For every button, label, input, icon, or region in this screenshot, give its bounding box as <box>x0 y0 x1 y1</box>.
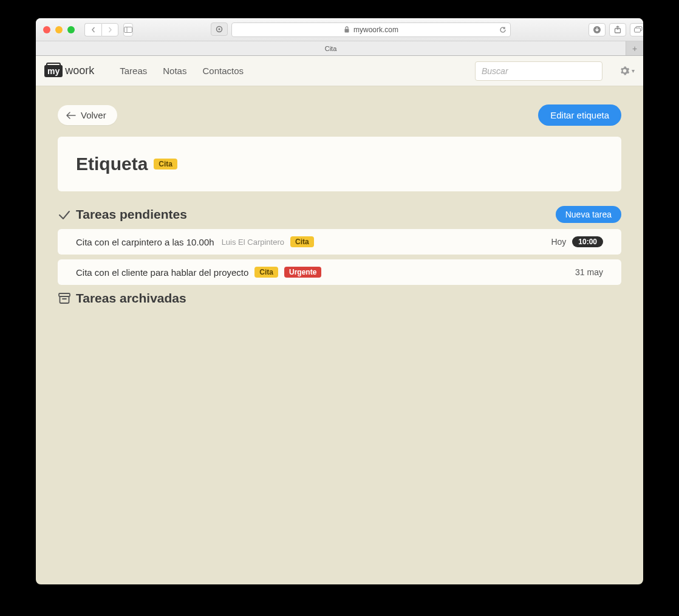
edit-tag-button[interactable]: Editar etiqueta <box>538 104 621 126</box>
reload-icon[interactable] <box>499 26 507 33</box>
settings-menu[interactable]: ▾ <box>619 66 635 76</box>
gear-icon <box>619 66 630 76</box>
browser-back-button[interactable] <box>84 23 101 36</box>
check-icon <box>58 208 70 221</box>
page-content: Volver Editar etiqueta Etiqueta Cita Tar… <box>36 86 643 584</box>
url-text: mywoork.com <box>353 26 398 34</box>
browser-right-buttons <box>589 23 643 36</box>
browser-window: mywoork.com Cita + my <box>36 18 643 584</box>
task-row[interactable]: Cita con el carpintero a las 10.00hLuis … <box>58 229 621 255</box>
browser-toolbar: mywoork.com <box>36 18 643 41</box>
pending-section-header: Tareas pendientes Nueva tarea <box>58 206 621 223</box>
chevron-down-icon: ▾ <box>632 67 635 74</box>
browser-tab[interactable]: Cita <box>36 41 626 55</box>
sidebar-toggle-button[interactable] <box>123 23 133 36</box>
task-tag: Cita <box>254 267 278 278</box>
browser-forward-button[interactable] <box>101 23 118 36</box>
back-button[interactable]: Volver <box>58 105 117 125</box>
task-time-badge: 10:00 <box>572 236 603 247</box>
archived-title-text: Tareas archivadas <box>76 291 186 306</box>
minimize-window-icon[interactable] <box>55 26 63 33</box>
page-actions: Volver Editar etiqueta <box>58 104 621 126</box>
new-tab-button[interactable]: + <box>626 41 643 55</box>
browser-tab-bar: Cita + <box>36 41 643 56</box>
task-assignee: Luis El Carpintero <box>222 238 284 247</box>
maximize-window-icon[interactable] <box>67 26 75 33</box>
tab-title: Cita <box>325 45 337 52</box>
new-task-button[interactable]: Nueva tarea <box>556 206 621 223</box>
svg-rect-4 <box>344 29 349 33</box>
window-controls <box>43 26 75 33</box>
task-date: Hoy <box>551 237 566 247</box>
logo-text: woork <box>65 64 94 77</box>
title-tag: Cita <box>154 159 177 169</box>
task-row[interactable]: Cita con el cliente para hablar del proy… <box>58 259 621 285</box>
tag-header-card: Etiqueta Cita <box>58 137 621 191</box>
task-tag: Cita <box>290 236 314 247</box>
tabs-button[interactable] <box>630 23 643 36</box>
arrow-left-icon <box>66 112 76 119</box>
svg-rect-8 <box>635 28 641 32</box>
app-navbar: my woork Tareas Notas Contactos ▾ <box>36 56 643 86</box>
pending-title-text: Tareas pendientes <box>76 207 187 222</box>
logo-badge: my <box>44 65 63 77</box>
nav-link-contactos[interactable]: Contactos <box>202 66 244 76</box>
nav-link-notas[interactable]: Notas <box>163 66 186 76</box>
task-title: Cita con el carpintero a las 10.00h <box>76 237 214 247</box>
task-date: 31 may <box>575 267 603 277</box>
task-title: Cita con el cliente para hablar del proy… <box>76 267 248 278</box>
archived-section-header: Tareas archivadas <box>58 291 621 306</box>
app-logo[interactable]: my woork <box>44 64 94 77</box>
nav-link-tareas[interactable]: Tareas <box>120 66 147 76</box>
svg-rect-0 <box>125 27 132 32</box>
archive-icon <box>58 292 70 304</box>
share-button[interactable] <box>609 23 626 36</box>
svg-rect-9 <box>59 293 70 296</box>
address-bar-wrap: mywoork.com <box>211 22 511 37</box>
nav-back-forward <box>84 23 118 36</box>
tasks-list: Cita con el carpintero a las 10.00hLuis … <box>58 229 621 285</box>
site-settings-button[interactable] <box>211 22 228 36</box>
back-label: Volver <box>81 110 106 120</box>
title-text: Etiqueta <box>76 154 148 174</box>
page-title: Etiqueta Cita <box>76 154 603 174</box>
nav-links: Tareas Notas Contactos <box>120 66 244 76</box>
task-tag: Urgente <box>284 267 321 278</box>
close-window-icon[interactable] <box>43 26 50 33</box>
address-bar[interactable]: mywoork.com <box>231 22 511 37</box>
pending-section-title: Tareas pendientes <box>58 207 187 222</box>
search-input[interactable] <box>475 61 602 81</box>
lock-icon <box>344 26 350 33</box>
downloads-button[interactable] <box>589 23 606 36</box>
svg-point-3 <box>219 28 220 30</box>
